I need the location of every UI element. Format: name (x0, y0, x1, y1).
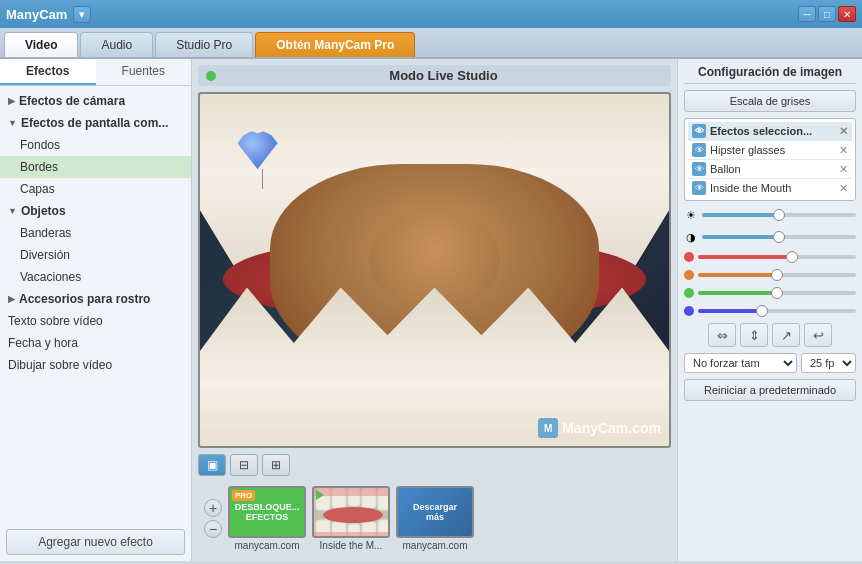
reset-button[interactable]: Reiniciar a predeterminado (684, 379, 856, 401)
green-slider[interactable] (698, 291, 856, 295)
blue-slider[interactable] (698, 309, 856, 313)
orange-slider[interactable] (698, 273, 856, 277)
tab-get-pro[interactable]: Obtén ManyCam Pro (255, 32, 415, 57)
effect-item-ballon: 👁 Ballon ✕ (688, 159, 852, 178)
thumb-inside-mouth[interactable]: Inside the M... (312, 486, 390, 551)
thumb-descargar-img: Descargar más (396, 486, 474, 538)
fps-select[interactable]: 25 fps (801, 353, 856, 373)
minimize-button[interactable]: ─ (798, 6, 816, 22)
tab-studio-pro[interactable]: Studio Pro (155, 32, 253, 57)
resolution-select[interactable]: No forzar tam (684, 353, 797, 373)
main-tabs: Video Audio Studio Pro Obtén ManyCam Pro (0, 28, 862, 59)
add-effect-button[interactable]: Agregar nuevo efecto (6, 529, 185, 555)
category-accesorios[interactable]: Accesorios para rostro (0, 288, 191, 310)
item-texto[interactable]: Texto sobre vídeo (0, 310, 191, 332)
view-split2-button[interactable]: ⊟ (230, 454, 258, 476)
svg-rect-12 (314, 532, 388, 536)
view-single-button[interactable]: ▣ (198, 454, 226, 476)
red-slider[interactable] (698, 255, 856, 259)
watermark-icon: M (538, 418, 558, 438)
contrast-slider[interactable] (702, 235, 856, 239)
right-panel-title: Configuración de imagen (684, 65, 856, 84)
maximize-button[interactable]: □ (818, 6, 836, 22)
item-banderas[interactable]: Banderas (0, 222, 191, 244)
status-dot (206, 71, 216, 81)
tab-audio[interactable]: Audio (80, 32, 153, 57)
green-dot (684, 288, 694, 298)
app-menu-dropdown[interactable]: ▾ (73, 6, 91, 23)
view-split4-button[interactable]: ⊞ (262, 454, 290, 476)
flip-h-button[interactable]: ⇔ (708, 323, 736, 347)
greyscale-button[interactable]: Escala de grises (684, 90, 856, 112)
category-camara[interactable]: Efectos de cámara (0, 90, 191, 112)
title-bar: ManyCam ▾ ─ □ ✕ (0, 0, 862, 28)
thumb-add-buttons: + − (204, 499, 222, 538)
flip-v-button[interactable]: ⇕ (740, 323, 768, 347)
thumb-inside-mouth-label: Inside the M... (320, 540, 383, 551)
thumb-green-bg: PRO DESBLOQUE... EFECTOS (230, 488, 304, 536)
eye-icon-header: 👁 (692, 124, 706, 138)
category-objetos[interactable]: Objetos (0, 200, 191, 222)
category-pantalla[interactable]: Efectos de pantalla com... (0, 112, 191, 134)
effect-item-hipster: 👁 Hipster glasses ✕ (688, 140, 852, 159)
eye-icon-hipster: 👁 (692, 143, 706, 157)
content-area: Efectos Fuentes Efectos de cámara Efecto… (0, 59, 862, 561)
share-button[interactable]: ↗ (772, 323, 800, 347)
item-dibujar[interactable]: Dibujar sobre vídeo (0, 354, 191, 376)
eye-icon-ballon: 👁 (692, 162, 706, 176)
thumb-descargar[interactable]: Descargar más manycam.com (396, 486, 474, 551)
dropdown-arrow: ▾ (79, 8, 85, 21)
item-capas[interactable]: Capas (0, 178, 191, 200)
watermark-text: ManyCam.com (562, 420, 661, 436)
item-vacaciones[interactable]: Vacaciones (0, 266, 191, 288)
slider-contrast: ◑ (684, 229, 856, 245)
blue-dot (684, 306, 694, 316)
slider-orange (684, 269, 856, 281)
effects-selected-title: Efectos seleccion... (710, 125, 812, 137)
thumb-desbloquear-text1: DESBLOQUE... (235, 502, 300, 512)
thumb-inside-mouth-img (312, 486, 390, 538)
video-header: Modo Live Studio (198, 65, 671, 86)
svg-rect-6 (314, 488, 388, 496)
center-panel: Modo Live Studio (192, 59, 677, 561)
app-logo: ManyCam (6, 7, 67, 22)
thumb-descargar-text2: más (426, 512, 444, 522)
play-icon (316, 490, 324, 500)
slider-green (684, 287, 856, 299)
effects-selected-close[interactable]: ✕ (839, 125, 848, 138)
item-bordes[interactable]: Bordes (0, 156, 191, 178)
thumb-add-button[interactable]: + (204, 499, 222, 517)
effect-remove-hipster[interactable]: ✕ (839, 144, 848, 157)
item-fecha[interactable]: Fecha y hora (0, 332, 191, 354)
thumb-teeth-bg (314, 488, 388, 536)
sub-tabs: Efectos Fuentes (0, 59, 191, 86)
eye-icon-mouth: 👁 (692, 181, 706, 195)
undo-button[interactable]: ↩ (804, 323, 832, 347)
close-button[interactable]: ✕ (838, 6, 856, 22)
effects-selected-panel: 👁 Efectos seleccion... ✕ 👁 Hipster glass… (684, 118, 856, 201)
effects-list: Efectos de cámara Efectos de pantalla co… (0, 86, 191, 523)
video-frame: M ManyCam.com (200, 94, 669, 446)
brightness-slider[interactable] (702, 213, 856, 217)
effect-remove-mouth[interactable]: ✕ (839, 182, 848, 195)
pro-badge: PRO (232, 490, 255, 501)
video-title: Modo Live Studio (224, 68, 663, 83)
contrast-icon: ◑ (684, 230, 698, 244)
thumb-remove-button[interactable]: − (204, 520, 222, 538)
sub-tab-efectos[interactable]: Efectos (0, 59, 96, 85)
tab-video[interactable]: Video (4, 32, 78, 57)
thumb-desbloquear[interactable]: PRO DESBLOQUE... EFECTOS manycam.com (228, 486, 306, 551)
window-controls: ─ □ ✕ (798, 6, 856, 22)
effects-selected-header: 👁 Efectos seleccion... ✕ (688, 122, 852, 140)
thumb-desbloquear-label: manycam.com (234, 540, 299, 551)
video-controls: ▣ ⊟ ⊞ (198, 454, 671, 476)
sub-tab-fuentes[interactable]: Fuentes (96, 59, 192, 85)
balloon-overlay (238, 129, 288, 189)
item-fondos[interactable]: Fondos (0, 134, 191, 156)
thumb-download-bg: Descargar más (398, 488, 472, 536)
effect-remove-ballon[interactable]: ✕ (839, 163, 848, 176)
slider-brightness: ☀ (684, 207, 856, 223)
item-diversion[interactable]: Diversión (0, 244, 191, 266)
red-dot (684, 252, 694, 262)
left-panel: Efectos Fuentes Efectos de cámara Efecto… (0, 59, 192, 561)
